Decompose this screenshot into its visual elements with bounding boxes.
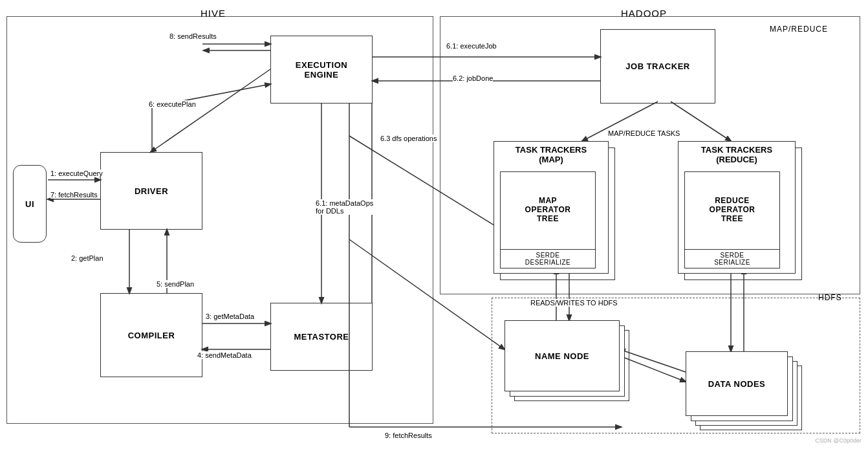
task-trackers-reduce-label: TASK TRACKERS(REDUCE) [678,141,796,168]
label-fetch-results-7: 7: fetchResults [50,191,98,199]
task-trackers-map-label: TASK TRACKERS(MAP) [494,141,609,168]
label-execute-job: 6.1: executeJob [446,42,497,50]
label-get-plan: 2: getPlan [71,254,103,262]
driver-box: DRIVER [100,152,202,230]
map-reduce-label: MAP/REDUCE [770,25,828,34]
execution-engine-box: EXECUTION ENGINE [270,36,373,104]
watermark: CSDN @C0p0der [815,437,862,444]
label-get-metadata: 3: getMetaData [206,312,254,320]
job-tracker-box: JOB TRACKER [600,29,715,104]
label-map-reduce-tasks: MAP/REDUCE TASKS [608,129,680,137]
label-fetch-results-9: 9: fetchResults [385,432,432,439]
label-execute-plan: 6: executePlan [149,100,196,108]
label-execute-query: 1: executeQuery [50,170,103,177]
hdfs-label: HDFS [818,293,842,302]
label-send-metadata: 4: sendMetaData [197,351,252,359]
metastore-box: METASTORE [270,303,373,371]
label-send-plan: 5: sendPlan [157,280,194,288]
ui-box: UI [13,165,47,243]
reduce-operator-box: REDUCEOPERATORTREE SERDESERIALIZE [684,171,780,268]
data-nodes-box: DATA NODES [686,351,788,416]
label-job-done: 6.2: jobDone [453,74,493,82]
label-metadata-ops: 6.1: metaDataOpsfor DDLs [316,199,373,215]
label-dfs-operations: 6.3 dfs operations [380,135,437,142]
label-send-results: 8: sendResults [169,32,217,40]
hadoop-label: HADOOP [621,8,667,19]
compiler-box: COMPILER [100,293,202,377]
name-node-box: NAME NODE [505,320,620,391]
label-reads-writes: READS/WRITES TO HDFS [530,299,618,307]
hive-label: HIVE [201,8,226,19]
map-operator-box: MAPOPERATORTREE SERDEDESERIALIZE [500,171,596,268]
diagram: HIVE HADOOP MAP/REDUCE HDFS UI DRIVER CO… [0,0,868,449]
